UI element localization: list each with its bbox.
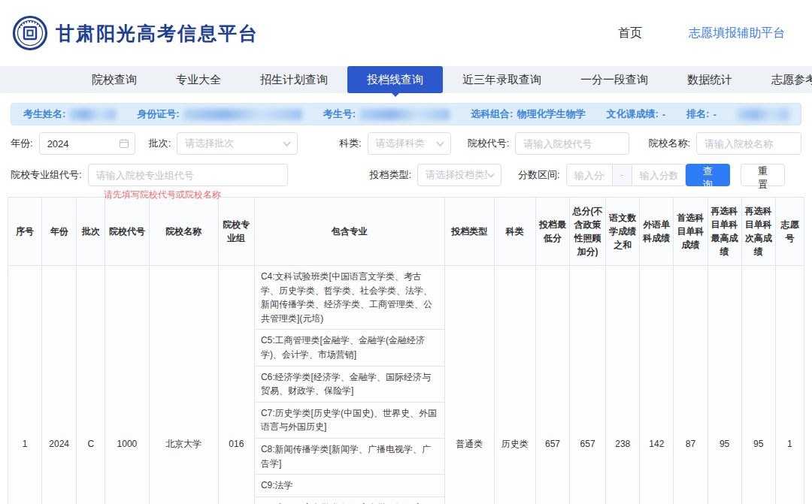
student-name-label: 考生姓名: (23, 107, 65, 121)
cell-foreign-score: 142 (640, 266, 674, 504)
major-item: C6:经济学类[经济学、金融学、国际经济与贸易、财政学、保险学] (255, 367, 444, 403)
student-name-group: 考生姓名: (23, 107, 116, 121)
search-button[interactable]: 查 询 (686, 164, 730, 186)
results-table-wrap: 序号 年份 批次 院校代号 院校名称 院校专业组 包含专业 投档类型 科类 投档… (8, 197, 804, 504)
tab-college-query[interactable]: 院校查询 (72, 66, 156, 93)
table-header-row: 序号 年份 批次 院校代号 院校名称 院校专业组 包含专业 投档类型 科类 投档… (8, 198, 804, 266)
college-name-label: 院校名称: (648, 137, 690, 150)
nav-home-link[interactable]: 首页 (618, 26, 642, 41)
header-min-score: 投档最低分 (535, 198, 569, 266)
score-max-input[interactable] (632, 164, 686, 186)
filter-row-1: 年份: 批次: 请选择批次 科类: 请选择科类 院校代号: (11, 132, 801, 155)
major-item: C8:新闻传播学类[新闻学、广播电视学、广告学] (255, 439, 444, 475)
batch-select[interactable]: 请选择批次 (177, 132, 298, 155)
tab-major-catalog[interactable]: 专业大全 (156, 66, 241, 93)
header-re-subject-max: 再选科目单科最高成绩 (707, 198, 741, 266)
tab-admission-line-query[interactable]: 投档线查询 (347, 66, 443, 93)
table-row: 1 2024 C 1000 北京大学 016 C4:文科试验班类[中国语言文学类… (8, 266, 804, 504)
tab-three-year-admission-query[interactable]: 近三年录取查询 (443, 66, 561, 93)
college-code-label: 院校代号: (468, 137, 510, 150)
score-range-label: 分数区间: (518, 168, 560, 182)
cell-chinese-math-sum: 238 (606, 266, 640, 504)
cell-first-subject-score: 87 (674, 266, 707, 504)
college-name-input[interactable] (696, 132, 801, 155)
cell-total-score: 657 (570, 266, 606, 504)
culture-score-value: - (662, 109, 665, 120)
chevron-down-icon (487, 173, 495, 178)
cell-seq: 1 (8, 266, 42, 504)
header-subject-type: 科类 (494, 198, 535, 266)
header-re-subject-second: 再选科目单科次高成绩 (741, 198, 775, 266)
reset-button[interactable]: 重 置 (741, 164, 785, 186)
score-min-input[interactable] (566, 164, 613, 186)
cell-subject-type: 历史类 (494, 266, 535, 504)
header-total-score: 总分(不含政策性照顾加分) (570, 198, 606, 266)
tab-data-statistics[interactable]: 数据统计 (668, 66, 752, 93)
filter-row-2: 院校专业组代号: 请先填写院校代号或院校名称 投档类型: 请选择投档类型 分数区… (11, 164, 801, 186)
header-year: 年份 (42, 198, 77, 266)
major-item: C4:文科试验班类[中国语言文学类、考古学、历史学类、哲学类、社会学类、法学、新… (255, 266, 444, 330)
admission-type-select[interactable]: 请选择投档类型 (417, 164, 501, 186)
header-batch: 批次 (77, 198, 105, 266)
cell-batch: C (77, 266, 105, 504)
header-major-group: 院校专业组 (218, 198, 254, 266)
student-id-group: 身份证号: (137, 107, 301, 121)
page: 甘肃阳光高考信息平台 首页 志愿填报辅助平台 院校查询 专业大全 招生计划查询 … (0, 0, 812, 504)
batch-placeholder: 请选择批次 (185, 137, 234, 150)
cell-major-group: 016 (218, 266, 254, 504)
header-foreign-score: 外语单科成绩 (640, 198, 674, 266)
subject-combo-value: 物理化学生物学 (517, 107, 585, 121)
major-item: C7:历史学类[历史学(中国史)、世界史、外国语言与外国历史] (255, 403, 444, 439)
subject-combo-group: 选科组合: 物理化学生物学 (471, 107, 585, 121)
top-links: 首页 志愿填报辅助平台 (618, 26, 789, 41)
cell-admission-type: 普通类 (444, 266, 494, 504)
culture-score-group: 文化课成绩: - (606, 107, 665, 121)
filter-buttons: 查 询 重 置 (686, 164, 801, 186)
cell-min-score: 657 (535, 266, 569, 504)
tab-volunteer-reference[interactable]: 志愿参考 (752, 66, 812, 93)
header-admission-type: 投档类型 (444, 198, 494, 266)
filter-panel: 年份: 批次: 请选择批次 科类: 请选择科类 院校代号: (0, 125, 812, 186)
chevron-down-icon (283, 141, 291, 146)
redacted-info-right (738, 109, 789, 120)
year-input[interactable] (39, 132, 135, 155)
tab-score-segment-query[interactable]: 一分一段查询 (561, 66, 668, 93)
header-seq: 序号 (8, 198, 42, 266)
rank-value: - (713, 109, 716, 120)
culture-score-label: 文化课成绩: (606, 107, 658, 121)
exam-no-group: 考生号: (323, 107, 450, 121)
admission-type-placeholder: 请选择投档类型 (426, 168, 487, 182)
cell-re-subject-max: 95 (707, 266, 741, 504)
header-chinese-math-sum: 语文数学成绩之和 (606, 198, 640, 266)
nav-volunteer-assist-link[interactable]: 志愿填报辅助平台 (689, 26, 785, 41)
major-item: CA:中国语言文学类[汉语言文学、汉语言、古典文献学、应用语言学] (255, 497, 444, 504)
student-id-redacted (183, 109, 302, 120)
major-item: C5:工商管理类[金融学、金融学(金融经济学)、会计学、市场营销] (255, 330, 444, 366)
college-code-input[interactable] (515, 132, 629, 155)
cell-year: 2024 (42, 266, 77, 504)
subject-type-select[interactable]: 请选择科类 (368, 132, 451, 155)
score-range-group: - (566, 164, 686, 186)
cell-volunteer-no: 1 (775, 266, 804, 504)
cell-college-code: 1000 (105, 266, 149, 504)
group-code-input[interactable] (88, 164, 289, 186)
cell-college-name: 北京大学 (149, 266, 218, 504)
admission-type-label: 投档类型: (369, 168, 411, 182)
header-college-code: 院校代号 (105, 198, 149, 266)
header-included-majors: 包含专业 (254, 198, 444, 266)
header-college-name: 院校名称 (149, 198, 218, 266)
exam-no-label: 考生号: (323, 107, 356, 121)
score-range-separator: - (613, 164, 632, 186)
admission-line-table: 序号 年份 批次 院校代号 院校名称 院校专业组 包含专业 投档类型 科类 投档… (8, 197, 804, 504)
rank-group: 排名: - (686, 107, 717, 121)
top-header: 甘肃阳光高考信息平台 首页 志愿填报辅助平台 (0, 0, 812, 66)
header-first-subject-score: 首选科目单科成绩 (674, 198, 707, 266)
page-title: 甘肃阳光高考信息平台 (56, 21, 259, 46)
main-nav-tabs: 院校查询 专业大全 招生计划查询 投档线查询 近三年录取查询 一分一段查询 数据… (0, 66, 812, 93)
cell-re-subject-second: 95 (741, 266, 775, 504)
subject-type-placeholder: 请选择科类 (376, 137, 425, 150)
header-volunteer-no: 志愿号 (775, 198, 804, 266)
exam-no-redacted (359, 109, 450, 120)
cell-included-majors: C4:文科试验班类[中国语言文学类、考古学、历史学类、哲学类、社会学类、法学、新… (254, 266, 444, 504)
tab-enrollment-plan-query[interactable]: 招生计划查询 (241, 66, 347, 93)
